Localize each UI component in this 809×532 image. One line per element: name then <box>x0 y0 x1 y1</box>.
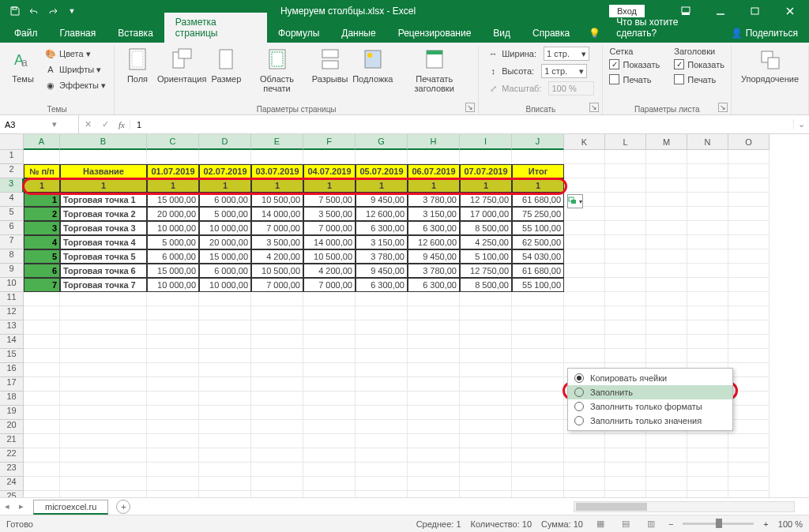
cell[interactable]: 6 000,00 <box>199 264 251 278</box>
cell[interactable] <box>460 406 512 420</box>
cell[interactable]: 01.07.2019 <box>147 164 199 178</box>
cell[interactable] <box>251 150 303 164</box>
insert-function-icon[interactable]: fx <box>114 120 130 129</box>
cell[interactable]: Торговая точка 7 <box>60 278 147 292</box>
worksheet-grid[interactable]: ABCDEFGHIJKLMNO 123456789101112131415161… <box>0 134 809 497</box>
cell[interactable] <box>199 377 251 392</box>
size-button[interactable]: Размер <box>209 46 243 85</box>
column-header[interactable]: N <box>687 134 728 150</box>
cell[interactable]: 10 000,00 <box>199 278 251 292</box>
cell[interactable] <box>356 392 408 406</box>
cell[interactable] <box>460 306 512 320</box>
cell[interactable] <box>564 164 605 178</box>
cell[interactable]: 17 000,00 <box>460 207 512 221</box>
cell[interactable]: 6 300,00 <box>356 221 408 235</box>
row-header[interactable]: 15 <box>0 349 24 363</box>
cell[interactable] <box>687 235 728 249</box>
cell[interactable] <box>605 448 646 463</box>
cell[interactable]: 6 300,00 <box>356 278 408 292</box>
cell[interactable]: 55 100,00 <box>512 278 564 292</box>
cell[interactable] <box>460 320 512 335</box>
cell[interactable] <box>60 349 147 363</box>
cell[interactable]: 05.07.2019 <box>356 164 408 178</box>
menu-fill-values[interactable]: Заполнить только значения <box>568 414 732 428</box>
cell[interactable] <box>460 377 512 392</box>
cell[interactable] <box>687 335 728 349</box>
cell[interactable] <box>60 377 147 392</box>
cell[interactable] <box>408 477 460 491</box>
cell[interactable] <box>564 463 605 477</box>
cell[interactable] <box>460 392 512 406</box>
cell[interactable] <box>356 150 408 164</box>
menu-fill-formats[interactable]: Заполнить только форматы <box>568 399 732 414</box>
cell[interactable]: 02.07.2019 <box>199 164 251 178</box>
column-header[interactable]: I <box>460 134 512 150</box>
cell[interactable] <box>303 320 356 335</box>
scale-dialog-icon[interactable]: ↘ <box>589 103 599 112</box>
cell[interactable] <box>605 193 646 207</box>
cell[interactable] <box>251 406 303 420</box>
cell[interactable]: 06.07.2019 <box>408 164 460 178</box>
cell[interactable]: 3 780,00 <box>408 193 460 207</box>
cell[interactable] <box>728 306 769 320</box>
name-box-input[interactable] <box>5 120 52 129</box>
cell[interactable]: 4 200,00 <box>303 264 356 278</box>
cell[interactable] <box>564 264 605 278</box>
cell[interactable] <box>303 448 356 463</box>
cell[interactable] <box>60 406 147 420</box>
cell[interactable] <box>303 434 356 448</box>
row-header[interactable]: 14 <box>0 335 24 349</box>
cell[interactable]: 1 <box>356 178 408 193</box>
cell[interactable] <box>199 463 251 477</box>
cell[interactable] <box>728 477 769 491</box>
cell[interactable] <box>728 150 769 164</box>
cell[interactable] <box>251 363 303 377</box>
cell[interactable] <box>147 349 199 363</box>
cell[interactable]: 10 500,00 <box>251 264 303 278</box>
save-icon[interactable] <box>6 2 24 20</box>
cell[interactable] <box>728 463 769 477</box>
cell[interactable] <box>512 491 564 497</box>
cell[interactable]: 54 030,00 <box>512 249 564 264</box>
cell[interactable] <box>512 448 564 463</box>
cell[interactable]: Торговая точка 3 <box>60 221 147 235</box>
row-header[interactable]: 10 <box>0 278 24 292</box>
column-header[interactable]: G <box>356 134 408 150</box>
cell[interactable] <box>687 207 728 221</box>
cell[interactable] <box>199 477 251 491</box>
cell[interactable]: Название <box>60 164 147 178</box>
cell[interactable]: 10 000,00 <box>147 278 199 292</box>
cell[interactable] <box>251 306 303 320</box>
cell[interactable] <box>303 306 356 320</box>
cell[interactable] <box>687 306 728 320</box>
cell[interactable] <box>728 264 769 278</box>
cell[interactable] <box>728 193 769 207</box>
cell[interactable]: 1 <box>303 178 356 193</box>
cell[interactable] <box>605 335 646 349</box>
cell[interactable] <box>199 150 251 164</box>
cell[interactable]: 3 500,00 <box>303 207 356 221</box>
cell[interactable] <box>646 349 687 363</box>
maximize-button[interactable] <box>739 0 771 22</box>
orientation-button[interactable]: Ориентация <box>157 46 206 85</box>
themes-button[interactable]: Aa Темы <box>6 46 40 85</box>
cell[interactable] <box>460 349 512 363</box>
cell[interactable] <box>408 306 460 320</box>
cell[interactable]: 4 250,00 <box>460 235 512 249</box>
cell[interactable]: 5 000,00 <box>147 235 199 249</box>
cell[interactable]: 4 200,00 <box>251 249 303 264</box>
cell[interactable]: 5 100,00 <box>460 249 512 264</box>
cell[interactable] <box>460 491 512 497</box>
row-header[interactable]: 21 <box>0 434 24 448</box>
column-header[interactable]: H <box>408 134 460 150</box>
cell[interactable]: 03.07.2019 <box>251 164 303 178</box>
cell[interactable] <box>356 363 408 377</box>
cell[interactable] <box>605 434 646 448</box>
cell[interactable] <box>303 377 356 392</box>
cell[interactable] <box>60 150 147 164</box>
cell[interactable] <box>687 193 728 207</box>
cell[interactable] <box>251 392 303 406</box>
column-header[interactable]: K <box>564 134 605 150</box>
cell[interactable] <box>356 335 408 349</box>
cell[interactable] <box>728 207 769 221</box>
